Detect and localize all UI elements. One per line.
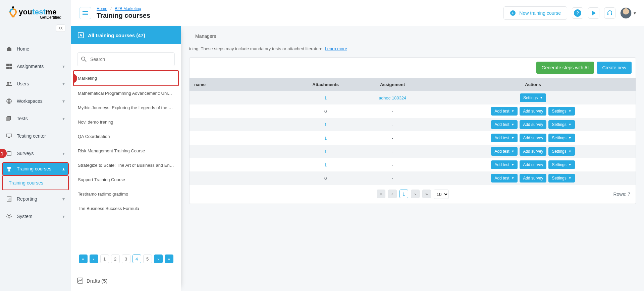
course-item[interactable]: Mathematical Programming Advancement: Un… xyxy=(71,86,181,100)
add-test-button[interactable]: Add test▼ xyxy=(491,134,518,142)
svg-rect-13 xyxy=(8,151,10,152)
table-row: 1-Add test▼Add surveySettings▼ xyxy=(190,145,636,158)
table-row: 0-Add test▼Add surveySettings▼ xyxy=(190,171,636,185)
settings-button[interactable]: Settings▼ xyxy=(548,160,575,169)
tab-managers[interactable]: Managers xyxy=(189,29,222,44)
create-new-button[interactable]: Create new xyxy=(597,62,632,74)
users-icon xyxy=(6,81,12,87)
page-first-button[interactable]: « xyxy=(377,190,385,198)
add-survey-button[interactable]: Add survey xyxy=(520,134,546,142)
sidebar-item-users[interactable]: Users ▾ xyxy=(0,75,71,92)
page-number-button[interactable]: 1 xyxy=(399,190,408,198)
sidebar-item-home[interactable]: Home xyxy=(0,40,71,58)
new-training-course-button[interactable]: New training course xyxy=(503,6,567,20)
chevron-down-icon: ▼ xyxy=(569,136,572,140)
page-prev-button[interactable]: ‹ xyxy=(388,190,397,198)
svg-point-21 xyxy=(82,57,85,60)
svg-point-6 xyxy=(10,82,11,84)
plus-circle-icon xyxy=(510,10,516,16)
add-test-button[interactable]: Add test▼ xyxy=(491,107,518,116)
page-next-button[interactable]: › xyxy=(411,190,420,198)
cell-name xyxy=(190,145,297,158)
sidebar-item-assignments[interactable]: Assignments ▾ xyxy=(0,58,71,75)
page-next-button[interactable]: › xyxy=(154,254,163,263)
add-test-button[interactable]: Add test▼ xyxy=(491,160,518,169)
add-test-button[interactable]: Add test▼ xyxy=(491,120,518,129)
search-box[interactable] xyxy=(77,52,175,66)
add-survey-button[interactable]: Add survey xyxy=(520,107,546,116)
page-number-button[interactable]: 4 xyxy=(132,254,141,263)
drafts-section[interactable]: Drafts (5) xyxy=(71,270,181,291)
settings-button[interactable]: Settings▼ xyxy=(548,147,575,156)
page-number-button[interactable]: 1 xyxy=(100,254,109,263)
settings-button[interactable]: Settings▼ xyxy=(548,134,575,142)
drawer-header: A All training courses (47) xyxy=(71,26,181,44)
course-item[interactable]: Mythic Journeys: Exploring the Legends o… xyxy=(71,100,181,115)
course-item[interactable]: Strategize to Scale: The Art of Business… xyxy=(71,158,181,172)
add-survey-button[interactable]: Add survey xyxy=(520,174,546,183)
breadcrumb-section[interactable]: B2B Marketing xyxy=(115,6,141,11)
page-first-button[interactable]: « xyxy=(79,254,88,263)
help-button[interactable]: ? xyxy=(572,7,583,19)
settings-button[interactable]: Settings▼ xyxy=(548,107,575,116)
svg-rect-16 xyxy=(9,198,9,201)
cell-attachments[interactable]: 1 xyxy=(297,145,355,158)
rows-per-page-select[interactable]: 10 xyxy=(434,190,449,199)
learn-more-link[interactable]: Learn more xyxy=(325,46,347,51)
support-button[interactable] xyxy=(604,7,615,19)
add-test-button[interactable]: Add test▼ xyxy=(491,147,518,156)
breadcrumb-home[interactable]: Home xyxy=(97,6,107,11)
page-number-button[interactable]: 5 xyxy=(143,254,152,263)
add-survey-button[interactable]: Add survey xyxy=(520,147,546,156)
table-row: 1adhoc 180324Settings▼ xyxy=(190,91,636,104)
course-item[interactable]: 2 Marketing xyxy=(73,70,179,86)
cell-attachments[interactable]: 1 xyxy=(297,158,355,171)
svg-line-22 xyxy=(85,60,86,62)
chevron-down-icon: ▾ xyxy=(62,64,65,69)
menu-toggle-button[interactable] xyxy=(79,7,91,19)
page-number-button[interactable]: 3 xyxy=(122,254,130,263)
page-prev-button[interactable]: ‹ xyxy=(90,254,98,263)
cell-name xyxy=(190,158,297,171)
search-input[interactable] xyxy=(90,56,171,62)
settings-button[interactable]: Settings▼ xyxy=(548,174,575,183)
course-item[interactable]: QA Coordination xyxy=(71,129,181,144)
course-item[interactable]: Testiramo radimo gradimo xyxy=(71,187,181,201)
sidebar-item-system[interactable]: System ▾ xyxy=(0,208,71,225)
page-last-button[interactable]: » xyxy=(422,190,431,198)
add-test-button[interactable]: Add test▼ xyxy=(491,174,518,183)
annotation-badge-1: 1 xyxy=(0,149,7,158)
sidebar-item-testing-center[interactable]: Testing center xyxy=(0,127,71,145)
page-number-button[interactable]: 2 xyxy=(111,254,120,263)
chevron-down-icon: ▼ xyxy=(540,96,543,99)
sidebar-item-workspaces[interactable]: Workspaces ▾ xyxy=(0,92,71,110)
col-attachments: Attachments xyxy=(297,78,355,91)
col-actions: Actions xyxy=(430,78,636,91)
sidebar-item-reporting[interactable]: Reporting ▾ xyxy=(0,190,71,208)
play-button[interactable] xyxy=(588,7,599,19)
course-item[interactable]: Support Training Course xyxy=(71,172,181,187)
sidebar-item-label: Surveys xyxy=(17,151,34,156)
generate-ai-button[interactable]: Generate steps with AI xyxy=(536,62,594,74)
course-drawer: A All training courses (47) 2 Marketing … xyxy=(71,26,181,291)
cell-assignment[interactable]: adhoc 180324 xyxy=(355,91,430,104)
user-menu[interactable]: ▾ xyxy=(620,7,636,19)
course-item[interactable]: Risk Management Training Course xyxy=(71,144,181,158)
sidebar-sublink-training-courses[interactable]: Training courses xyxy=(2,175,69,190)
cell-attachments[interactable]: 1 xyxy=(297,118,355,131)
course-item[interactable]: The Business Success Formula xyxy=(71,201,181,216)
sidebar-item-training-courses[interactable]: Training courses ▴ xyxy=(2,162,69,175)
sidebar-item-tests[interactable]: Tests ▾ xyxy=(0,110,71,127)
add-survey-button[interactable]: Add survey xyxy=(520,160,546,169)
course-item[interactable]: Novi demo trening xyxy=(71,115,181,129)
grid-icon xyxy=(6,63,12,69)
add-survey-button[interactable]: Add survey xyxy=(520,120,546,129)
settings-button[interactable]: Settings▼ xyxy=(548,120,575,129)
sidebar-item-surveys[interactable]: 1 Surveys ▾ xyxy=(0,145,71,162)
page-last-button[interactable]: » xyxy=(165,254,173,263)
settings-button[interactable]: Settings▼ xyxy=(520,93,546,102)
cell-attachments: 0 xyxy=(297,171,355,185)
sidebar-collapse-button[interactable] xyxy=(56,24,65,32)
cell-attachments[interactable]: 1 xyxy=(297,91,355,104)
cell-attachments[interactable]: 1 xyxy=(297,131,355,145)
